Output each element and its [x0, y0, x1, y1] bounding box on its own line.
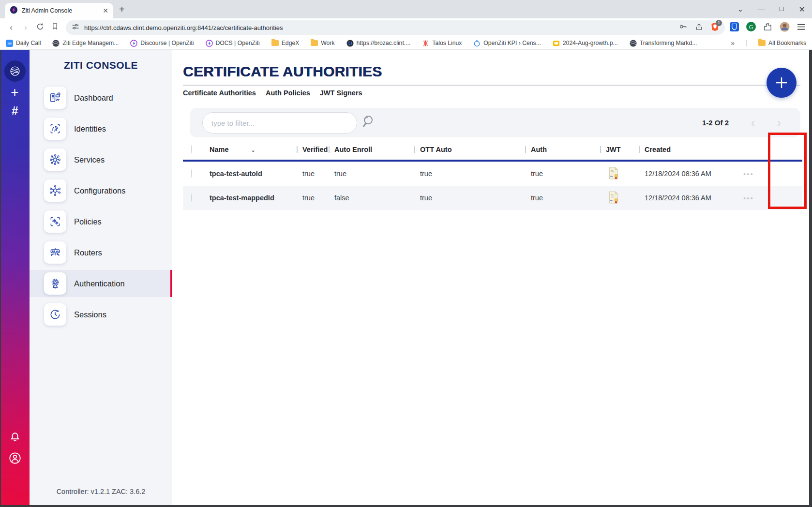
notifications-bell-icon[interactable]	[0, 431, 30, 444]
col-auth[interactable]: Auth	[525, 146, 600, 153]
folder-icon	[758, 40, 766, 46]
reload-button[interactable]	[33, 23, 47, 33]
next-page-icon[interactable]: ›	[777, 117, 781, 129]
sidebar-item-authentication[interactable]: Authentication	[30, 270, 172, 297]
select-all-checkbox[interactable]	[191, 145, 192, 154]
table-row[interactable]: tpca-test-mappedId true false true true …	[183, 186, 802, 210]
site-settings-icon[interactable]	[72, 23, 79, 32]
app-rail: + #	[0, 50, 30, 507]
row-checkbox[interactable]	[191, 193, 192, 202]
bookmark-icon[interactable]	[47, 23, 62, 32]
password-key-icon[interactable]	[678, 22, 687, 33]
app-window: Ziti Admin Console ✕ + ⌄ — ☐ ✕ ‹ › https…	[0, 0, 812, 507]
bookmark-ziti-edge[interactable]: Ziti Edge Managem...	[52, 40, 119, 47]
browser-tab[interactable]: Ziti Admin Console ✕	[5, 3, 113, 18]
bookmarks-overflow-button[interactable]: »	[731, 39, 735, 47]
col-jwt[interactable]: JWT	[600, 146, 639, 153]
share-icon[interactable]	[695, 23, 703, 33]
cell-created: 12/18/2024 08:36 AM	[639, 194, 730, 202]
all-bookmarks-button[interactable]: All Bookmarks	[758, 40, 806, 46]
sidebar-item-policies[interactable]: Policies	[30, 208, 172, 235]
kpi-icon	[473, 40, 481, 47]
browser-toolbar: ‹ › https://ctrl.cdaws.clint.demo.openzi…	[0, 18, 812, 37]
rail-add-button[interactable]: +	[0, 85, 30, 100]
sidebar-item-identities[interactable]: Identities	[30, 115, 172, 142]
cell-verified: true	[297, 170, 329, 178]
award-icon	[44, 272, 66, 295]
cell-auto-enroll: false	[329, 194, 414, 202]
maximize-button[interactable]: ☐	[779, 6, 784, 13]
col-auto-enroll[interactable]: Auto Enroll	[329, 146, 414, 153]
url-bar[interactable]: https://ctrl.cdaws.clint.demo.openziti.o…	[66, 20, 725, 35]
rail-hash-button[interactable]: #	[0, 104, 30, 118]
row-actions-icon[interactable]: •••	[730, 194, 802, 202]
page-title: CERTIFICATE AUTHORITIES	[183, 63, 382, 80]
tab-search-icon[interactable]: ⌄	[737, 5, 743, 13]
cell-name[interactable]: tpca-test-autoId	[210, 170, 297, 178]
bookmark-daily-call[interactable]: zm Daily Call	[6, 40, 41, 47]
bookmark-docs-openziti[interactable]: DOCS | OpenZiti	[206, 40, 260, 47]
row-actions-icon[interactable]: •••	[730, 170, 802, 178]
site-icon	[346, 40, 354, 47]
certificate-jwt-icon[interactable]	[600, 191, 639, 206]
extensions-puzzle-icon[interactable]	[763, 22, 772, 33]
bookmark-2024-aug-growth[interactable]: 2024-Aug-growth.p...	[553, 40, 618, 47]
cell-name[interactable]: tpca-test-mappedId	[210, 194, 297, 202]
tab-title: Ziti Admin Console	[22, 7, 99, 14]
back-button[interactable]: ‹	[4, 23, 18, 32]
sidebar-item-sessions[interactable]: Sessions	[30, 301, 172, 328]
menu-icon[interactable]	[797, 23, 805, 32]
bookmark-folder-edgex[interactable]: EdgeX	[271, 40, 300, 46]
col-verified[interactable]: Verified	[297, 146, 329, 153]
svg-text:zm: zm	[7, 42, 12, 45]
tab-close-icon[interactable]: ✕	[103, 7, 108, 15]
close-window-button[interactable]: ✕	[799, 5, 805, 14]
bookmark-talos-linux[interactable]: Talos Linux	[422, 40, 462, 47]
url-text[interactable]: https://ctrl.cdaws.clint.demo.openziti.o…	[84, 24, 674, 31]
row-checkbox[interactable]	[191, 169, 192, 178]
sidebar-item-dashboard[interactable]: Dashboard	[30, 84, 172, 111]
ziti-logo[interactable]	[4, 60, 26, 82]
bookmark-openziti-kpi[interactable]: OpenZiti KPI › Cens...	[473, 40, 541, 47]
sort-chevron-icon[interactable]: ⌄	[251, 147, 256, 153]
table-row[interactable]: tpca-test-autoId true true true true 12/…	[183, 162, 802, 186]
col-ott-auto[interactable]: OTT Auto	[414, 146, 525, 153]
profile-icon[interactable]	[0, 451, 30, 465]
col-created[interactable]: Created	[639, 146, 730, 153]
tab-jwt-signers[interactable]: JWT Signers	[320, 89, 362, 97]
cell-ott-auto: true	[414, 194, 525, 202]
sidebar-item-services[interactable]: Services	[30, 146, 172, 173]
bookmark-folder-work[interactable]: Work	[311, 40, 334, 46]
bitwarden-extension-icon[interactable]	[730, 22, 739, 33]
minimize-button[interactable]: —	[758, 5, 765, 13]
certificate-jwt-icon[interactable]	[600, 166, 639, 181]
add-button[interactable]	[767, 68, 797, 98]
tab-certificate-authorities[interactable]: Certificate Authorities	[183, 89, 256, 97]
cell-ott-auto: true	[414, 170, 525, 178]
brave-shield-icon[interactable]: 1	[711, 22, 719, 33]
search-icon[interactable]	[361, 113, 376, 132]
sidebar: ZITI CONSOLE Dashboard Identities Servic…	[30, 50, 172, 507]
sidebar-item-configurations[interactable]: Configurations	[30, 177, 172, 204]
bookmark-transforming-markdown[interactable]: Transforming Markd...	[630, 40, 697, 47]
cell-created: 12/18/2024 08:36 AM	[639, 170, 730, 178]
new-tab-button[interactable]: +	[119, 4, 125, 15]
prev-page-icon[interactable]: ‹	[751, 117, 755, 129]
pagination-label: 1-2 Of 2	[702, 119, 729, 127]
sidebar-item-routers[interactable]: Routers	[30, 239, 172, 266]
grammarly-extension-icon[interactable]: G	[746, 22, 756, 33]
tab-auth-policies[interactable]: Auth Policies	[266, 89, 310, 97]
col-name[interactable]: Name⌄	[210, 146, 297, 153]
profile-avatar[interactable]	[780, 22, 790, 34]
forward-button[interactable]: ›	[18, 23, 33, 32]
version-footer: Controller: v1.2.1 ZAC: 3.6.2	[30, 488, 172, 495]
bookmark-brozac[interactable]: https://brozac.clint....	[346, 40, 411, 47]
talos-icon	[422, 40, 429, 47]
folder-icon	[271, 40, 279, 46]
dashboard-icon	[44, 87, 66, 109]
fingerprint-icon	[44, 118, 66, 140]
bookmark-discourse-openziti[interactable]: Discourse | OpenZiti	[130, 40, 194, 47]
section-tabs: Certificate Authorities Auth Policies JW…	[183, 89, 362, 97]
filter-input[interactable]	[202, 112, 357, 134]
cell-verified: true	[297, 194, 329, 202]
